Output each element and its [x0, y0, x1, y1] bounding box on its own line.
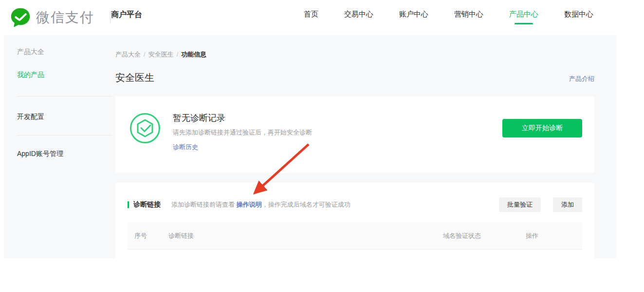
- column-header-operation: 操作: [526, 232, 538, 240]
- wechat-pay-logo[interactable]: 微信支付: [10, 6, 94, 29]
- nav-item-product-center[interactable]: 产品中心: [509, 10, 538, 19]
- sidebar-item-my-products[interactable]: 我的产品: [17, 71, 44, 79]
- start-diagnosis-button[interactable]: 立即开始诊断: [502, 119, 582, 137]
- header-divider: [110, 12, 110, 23]
- links-table-header: 序号 诊断链接 域名验证状态 操作: [128, 222, 582, 250]
- diagnosis-links-card: 诊断链接 添加诊断链接前请查看 操作说明，操作完成后域名才可验证成功 批量验证 …: [115, 183, 594, 258]
- shield-check-icon: [129, 113, 161, 144]
- diagnosis-status-card: 暂无诊断记录 请先添加诊断链接并通过验证后，再开始安全诊断 诊断历史 立即开始诊…: [115, 97, 594, 173]
- tip-suffix: ，操作完成后域名才可验证成功: [262, 201, 350, 208]
- top-header: 微信支付 商户平台 首页 交易中心 账户中心 营销中心 产品中心 数据中心: [0, 0, 644, 35]
- sidebar-divider: [17, 96, 112, 97]
- sidebar-divider: [17, 135, 112, 136]
- add-link-button[interactable]: 添加: [553, 197, 582, 212]
- logo-wordmark: 微信支付: [36, 8, 94, 27]
- tip-prefix: 添加诊断链接前请查看: [171, 201, 237, 208]
- portal-label: 商户平台: [111, 10, 142, 20]
- sidebar-item-dev-config[interactable]: 开发配置: [17, 113, 44, 121]
- sidebar-item-all-products[interactable]: 产品大全: [17, 48, 44, 57]
- section-title: 诊断链接: [133, 200, 161, 209]
- nav-item-transaction-center[interactable]: 交易中心: [344, 10, 373, 19]
- nav-item-account-center[interactable]: 账户中心: [399, 10, 428, 19]
- sidebar-item-appid-management[interactable]: AppID账号管理: [17, 150, 63, 158]
- breadcrumb-all-products[interactable]: 产品大全: [115, 51, 141, 58]
- column-header-domain-verify-state: 域名验证状态: [443, 232, 481, 240]
- page-title: 安全医生: [115, 71, 154, 84]
- batch-verify-button[interactable]: 批量验证: [499, 197, 541, 212]
- breadcrumb: 产品大全/安全医生/功能信息: [115, 50, 206, 59]
- no-record-subtitle: 请先添加诊断链接并通过验证后，再开始安全诊断: [173, 128, 312, 137]
- sidebar: 产品大全 我的产品 开发配置 AppID账号管理: [4, 35, 116, 258]
- nav-item-data-center[interactable]: 数据中心: [564, 10, 593, 19]
- column-header-seq: 序号: [134, 232, 147, 240]
- breadcrumb-separator: /: [177, 51, 179, 58]
- breadcrumb-security-doctor[interactable]: 安全医生: [148, 51, 174, 58]
- column-header-diagnosis-link: 诊断链接: [168, 232, 194, 240]
- nav-item-marketing-center[interactable]: 营销中心: [454, 10, 483, 19]
- wechat-pay-logo-icon: [10, 7, 31, 28]
- top-nav: 首页 交易中心 账户中心 营销中心 产品中心 数据中心: [304, 0, 593, 28]
- merchant-platform-page: 微信支付 商户平台 首页 交易中心 账户中心 营销中心 产品中心 数据中心 产品…: [0, 0, 644, 292]
- no-record-title: 暂无诊断记录: [173, 112, 225, 124]
- product-intro-link[interactable]: 产品介绍: [569, 75, 594, 83]
- section-tip: 添加诊断链接前请查看 操作说明，操作完成后域名才可验证成功: [171, 200, 350, 209]
- operation-guide-link[interactable]: 操作说明: [237, 201, 262, 208]
- breadcrumb-separator: /: [144, 51, 146, 58]
- nav-item-home[interactable]: 首页: [304, 10, 318, 19]
- section-header-row: 诊断链接 添加诊断链接前请查看 操作说明，操作完成后域名才可验证成功 批量验证 …: [128, 197, 582, 212]
- breadcrumb-current-function-info: 功能信息: [181, 51, 206, 58]
- section-marker-bar: [128, 201, 129, 208]
- diagnosis-history-link[interactable]: 诊断历史: [173, 143, 198, 152]
- section-buttons: 批量验证 添加: [499, 197, 582, 212]
